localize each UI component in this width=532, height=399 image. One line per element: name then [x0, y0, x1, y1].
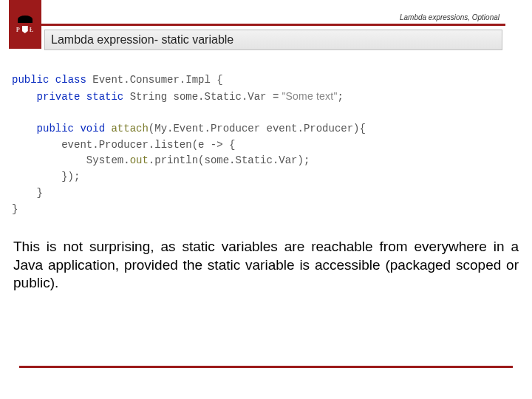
breadcrumb: Lambda expressions, Optional	[400, 13, 499, 21]
kw-public: public	[12, 74, 49, 86]
class-name: Event.Consumer.Impl	[92, 74, 211, 86]
shield-icon	[22, 26, 28, 33]
println-args: (some.Static.Var);	[198, 154, 310, 166]
logo-hat-icon	[18, 16, 33, 23]
println: .println	[149, 154, 198, 166]
method-close: }	[37, 187, 43, 199]
sys: System.	[86, 154, 130, 166]
kw-private: private	[37, 91, 81, 103]
var-name: some.Static.Var	[167, 91, 273, 103]
breadcrumb-text: Lambda expressions, Optional	[400, 13, 499, 21]
page-title: Lambda expression- static variable	[51, 33, 233, 47]
header-rule	[41, 24, 505, 26]
footer-rule	[19, 366, 513, 368]
kw-static: static	[86, 91, 123, 103]
semi: ;	[338, 91, 344, 103]
class-close: }	[12, 203, 18, 215]
lambda-open: (e -> {	[192, 139, 236, 151]
university-logo: P Ł	[9, 0, 41, 49]
logo-letters: P Ł	[16, 26, 35, 33]
param: My.Event.Producer event.Producer	[154, 123, 353, 134]
type-string: String	[130, 91, 167, 103]
logo-letter-l: Ł	[30, 26, 35, 33]
paren-close: ){	[353, 123, 366, 134]
string-literal: "Some text"	[279, 90, 337, 102]
slide-header: P Ł Lambda expressions, Optional Lambda …	[0, 0, 532, 58]
method-attach: attach	[105, 123, 149, 134]
code-snippet: public class Event.Consumer.Impl { priva…	[12, 72, 520, 217]
title-bar: Lambda expression- static variable	[44, 30, 502, 50]
paren-open: (	[149, 123, 154, 134]
brace: {	[211, 74, 223, 86]
call-listen: event.Producer.listen	[61, 139, 191, 151]
kw-public2: public	[37, 123, 74, 134]
lambda-close: });	[61, 171, 80, 183]
out: out	[130, 154, 149, 166]
explanation-text: This is not surprising, as static variab…	[13, 238, 519, 292]
kw-class: class	[55, 74, 86, 86]
logo-letter-p: P	[16, 26, 21, 33]
kw-void: void	[80, 123, 105, 134]
